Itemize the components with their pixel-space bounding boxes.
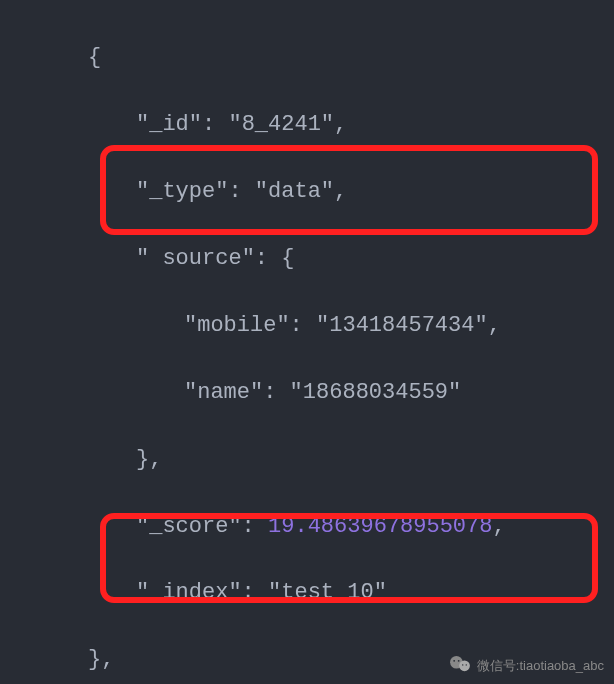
svg-point-3 bbox=[458, 660, 460, 662]
field-score: "_score": 19.48639678955078, bbox=[88, 510, 614, 543]
watermark-text: 微信号:tiaotiaoba_abc bbox=[477, 657, 604, 675]
field-index: "_index": "test_10" bbox=[88, 576, 614, 609]
field-name: "name": "18688034559" bbox=[88, 376, 614, 409]
field-type: "_type": "data", bbox=[88, 175, 614, 208]
svg-point-4 bbox=[462, 664, 463, 665]
watermark: 微信号:tiaotiaoba_abc bbox=[449, 655, 604, 676]
wechat-icon bbox=[449, 655, 471, 676]
json-code-block: { "_id": "8_4241", "_type": "data", " so… bbox=[0, 8, 614, 684]
svg-point-2 bbox=[453, 660, 455, 662]
field-id: "_id": "8_4241", bbox=[88, 108, 614, 141]
brace-open: { bbox=[88, 41, 614, 74]
field-mobile: "mobile": "13418457434", bbox=[88, 309, 614, 342]
svg-point-5 bbox=[465, 664, 466, 665]
field-source: " source": { bbox=[88, 242, 614, 275]
svg-point-1 bbox=[459, 660, 470, 671]
brace-close: }, bbox=[88, 443, 614, 476]
